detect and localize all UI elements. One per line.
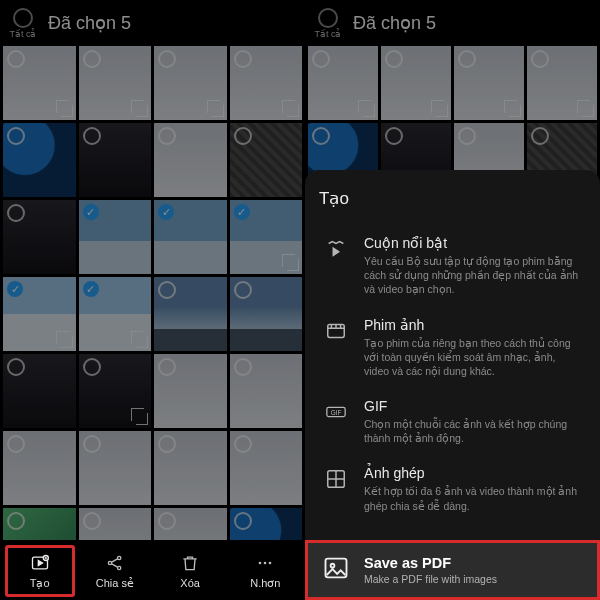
expand-icon — [287, 105, 299, 117]
photo-thumbnail[interactable] — [381, 46, 451, 120]
photo-thumbnail-selected[interactable] — [79, 200, 152, 274]
tab-more-label: N.hơn — [250, 577, 280, 590]
photo-thumbnail[interactable] — [154, 277, 227, 351]
share-icon — [105, 553, 125, 573]
photo-thumbnail-selected[interactable] — [3, 277, 76, 351]
photo-thumbnail[interactable] — [3, 354, 76, 428]
select-all-toggle[interactable]: Tất cả — [6, 8, 40, 39]
option-title: Cuộn nổi bật — [364, 235, 583, 251]
bottom-tab-bar: Tạo Chia sẻ Xóa N.hơn — [0, 540, 305, 600]
expand-icon — [136, 105, 148, 117]
tab-create-label: Tạo — [30, 577, 50, 590]
photo-thumbnail-selected[interactable] — [79, 277, 152, 351]
expand-icon — [436, 105, 448, 117]
photo-thumbnail[interactable] — [154, 123, 227, 197]
svg-point-6 — [264, 561, 267, 564]
photo-thumbnail[interactable] — [527, 46, 597, 120]
photo-thumbnail[interactable] — [154, 354, 227, 428]
phone-right-screenshot: Tất cả Đã chọn 5 Tạo Cu — [305, 0, 600, 600]
photo-thumbnail[interactable] — [79, 431, 152, 505]
photo-thumbnail[interactable] — [308, 46, 378, 120]
option-highlight-reel[interactable]: Cuộn nổi bật Yêu cầu Bộ sưu tập tự động … — [319, 225, 586, 307]
tab-delete[interactable]: Xóa — [155, 545, 225, 597]
expand-icon — [363, 105, 375, 117]
option-title: Phim ảnh — [364, 317, 583, 333]
svg-point-5 — [259, 561, 262, 564]
pdf-sub: Make a PDF file with images — [364, 573, 497, 585]
photo-thumbnail[interactable] — [79, 46, 152, 120]
collage-icon — [325, 468, 347, 490]
svg-point-7 — [269, 561, 272, 564]
tab-delete-label: Xóa — [180, 577, 200, 589]
phone-left-screenshot: Tất cả Đã chọn 5 — [0, 0, 305, 600]
expand-icon — [287, 259, 299, 271]
photo-thumbnail[interactable] — [3, 200, 76, 274]
expand-icon — [212, 105, 224, 117]
expand-icon — [136, 336, 148, 348]
photo-thumbnail[interactable] — [230, 431, 303, 505]
tab-share[interactable]: Chia sẻ — [80, 545, 150, 597]
svg-rect-12 — [326, 559, 347, 578]
option-sub: Kết hợp tối đa 6 ảnh và video thành một … — [364, 484, 583, 512]
svg-point-2 — [108, 561, 111, 564]
gif-icon: GIF — [325, 401, 347, 423]
expand-icon — [136, 413, 148, 425]
selection-header: Tất cả Đã chọn 5 — [0, 0, 305, 46]
option-movie[interactable]: Phim ảnh Tạo phim của riêng bạn theo các… — [319, 307, 586, 389]
photo-thumbnail[interactable] — [230, 354, 303, 428]
expand-icon — [582, 105, 594, 117]
selection-count-title: Đã chọn 5 — [353, 12, 594, 34]
option-collage[interactable]: Ảnh ghép Kết hợp tối đa 6 ảnh và video t… — [319, 455, 586, 522]
photo-thumbnail[interactable] — [3, 123, 76, 197]
photo-grid — [0, 46, 305, 582]
option-title: GIF — [364, 398, 583, 414]
photo-thumbnail-selected[interactable] — [230, 200, 303, 274]
sheet-title: Tạo — [319, 188, 586, 209]
expand-icon — [61, 336, 73, 348]
film-icon — [325, 320, 347, 342]
svg-point-4 — [117, 566, 120, 569]
photo-thumbnail[interactable] — [154, 431, 227, 505]
tab-more[interactable]: N.hơn — [230, 545, 300, 597]
option-sub: Chọn một chuỗi các ảnh và kết hợp chúng … — [364, 417, 583, 445]
photo-thumbnail[interactable] — [230, 46, 303, 120]
create-bottom-sheet: Tạo Cuộn nổi bật Yêu cầu Bộ sưu tập tự đ… — [305, 170, 600, 600]
select-all-circle-icon — [13, 8, 33, 28]
tab-share-label: Chia sẻ — [96, 577, 134, 590]
select-all-label: Tất cả — [315, 29, 342, 39]
option-sub: Tạo phim của riêng bạn theo cách thủ côn… — [364, 336, 583, 379]
option-save-as-pdf[interactable]: Save as PDF Make a PDF file with images — [305, 540, 600, 600]
photo-thumbnail[interactable] — [454, 46, 524, 120]
photo-thumbnail[interactable] — [79, 123, 152, 197]
photo-thumbnail[interactable] — [154, 46, 227, 120]
photo-thumbnail[interactable] — [79, 354, 152, 428]
svg-point-13 — [331, 564, 335, 568]
pdf-title: Save as PDF — [364, 555, 497, 571]
svg-point-3 — [117, 556, 120, 559]
more-icon — [255, 553, 275, 573]
option-sub: Yêu cầu Bộ sưu tập tự động tạo phim bằng… — [364, 254, 583, 297]
selection-count-title: Đã chọn 5 — [48, 12, 299, 34]
play-reel-icon — [325, 238, 347, 260]
expand-icon — [509, 105, 521, 117]
svg-text:GIF: GIF — [331, 409, 342, 416]
photo-thumbnail-selected[interactable] — [154, 200, 227, 274]
photo-thumbnail[interactable] — [230, 123, 303, 197]
photo-thumbnail[interactable] — [230, 277, 303, 351]
select-all-label: Tất cả — [10, 29, 37, 39]
option-title: Ảnh ghép — [364, 465, 583, 481]
photo-thumbnail[interactable] — [3, 431, 76, 505]
photo-thumbnail[interactable] — [3, 46, 76, 120]
trash-icon — [180, 553, 200, 573]
expand-icon — [61, 105, 73, 117]
select-all-circle-icon — [318, 8, 338, 28]
image-pdf-icon — [322, 554, 350, 582]
tab-create[interactable]: Tạo — [5, 545, 75, 597]
option-gif[interactable]: GIF GIF Chọn một chuỗi các ảnh và kết hợ… — [319, 388, 586, 455]
select-all-toggle[interactable]: Tất cả — [311, 8, 345, 39]
selection-header: Tất cả Đã chọn 5 — [305, 0, 600, 46]
create-icon — [30, 553, 50, 573]
